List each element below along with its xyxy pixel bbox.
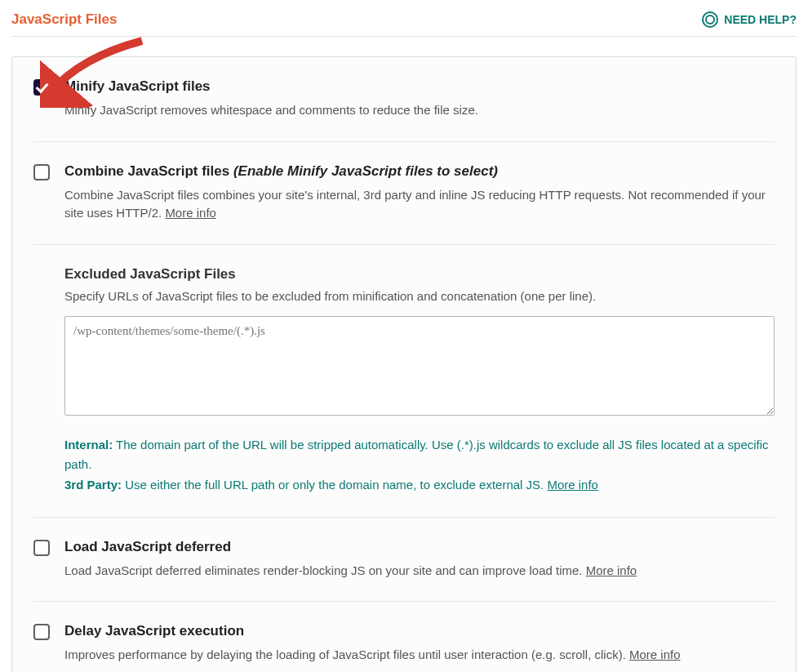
option-delay-js: Delay JavaScript execution Improves perf…: [33, 602, 775, 672]
combine-js-title-text: Combine JavaScript files: [64, 163, 229, 179]
defer-js-desc: Load JavaScript deferred eliminates rend…: [64, 562, 775, 581]
hint-internal-label: Internal:: [64, 438, 113, 452]
excluded-js-title: Excluded JavaScript Files: [64, 266, 775, 283]
need-help-label: NEED HELP?: [724, 13, 797, 26]
option-minify-js: Minify JavaScript files Minify JavaScrip…: [33, 57, 775, 142]
defer-js-more-info-link[interactable]: More info: [586, 563, 637, 577]
combine-js-body: Combine JavaScript files (Enable Minify …: [64, 163, 775, 223]
defer-js-body: Load JavaScript deferred Load JavaScript…: [64, 539, 775, 581]
excluded-js-more-info-link[interactable]: More info: [547, 478, 598, 492]
minify-js-desc: Minify JavaScript removes whitespace and…: [64, 101, 775, 120]
combine-js-desc: Combine JavaScript files combines your s…: [64, 186, 775, 223]
option-combine-js: Combine JavaScript files (Enable Minify …: [33, 142, 775, 245]
delay-js-more-info-link[interactable]: More info: [629, 648, 681, 661]
excluded-js-textarea[interactable]: [64, 316, 775, 416]
section-title: JavaScript Files: [11, 11, 117, 28]
need-help-link[interactable]: NEED HELP?: [702, 11, 797, 28]
combine-js-title: Combine JavaScript files (Enable Minify …: [64, 163, 775, 180]
minify-js-title: Minify JavaScript files: [64, 78, 775, 95]
defer-js-desc-text: Load JavaScript deferred eliminates rend…: [64, 563, 586, 577]
defer-js-title: Load JavaScript deferred: [64, 539, 775, 555]
excluded-js-desc: Specify URLs of JavaScript files to be e…: [64, 289, 775, 303]
combine-js-checkbox[interactable]: [33, 164, 50, 180]
delay-js-desc-text: Improves performance by delaying the loa…: [64, 648, 629, 661]
combine-js-more-info-link[interactable]: More info: [165, 206, 216, 220]
hint-third-text: Use either the full URL path or only the…: [122, 478, 547, 492]
minify-js-checkbox[interactable]: [33, 79, 50, 96]
defer-js-checkbox[interactable]: [33, 540, 50, 556]
hint-third-label: 3rd Party:: [64, 478, 122, 492]
combine-js-subtitle: (Enable Minify JavaScript files to selec…: [233, 163, 498, 179]
excluded-js-block: Excluded JavaScript Files Specify URLs o…: [33, 245, 775, 518]
delay-js-body: Delay JavaScript execution Improves perf…: [64, 623, 775, 665]
delay-js-checkbox[interactable]: [33, 624, 50, 640]
minify-js-body: Minify JavaScript files Minify JavaScrip…: [64, 78, 775, 120]
excluded-js-hints: Internal: The domain part of the URL wil…: [64, 435, 775, 496]
js-files-panel: Minify JavaScript files Minify JavaScrip…: [11, 56, 797, 672]
delay-js-title: Delay JavaScript execution: [64, 623, 775, 639]
hint-internal-text: The domain part of the URL will be strip…: [64, 438, 769, 472]
section-header: JavaScript Files NEED HELP?: [11, 11, 797, 37]
help-icon: [702, 11, 718, 28]
delay-js-desc: Improves performance by delaying the loa…: [64, 646, 775, 665]
option-defer-js: Load JavaScript deferred Load JavaScript…: [33, 518, 775, 603]
